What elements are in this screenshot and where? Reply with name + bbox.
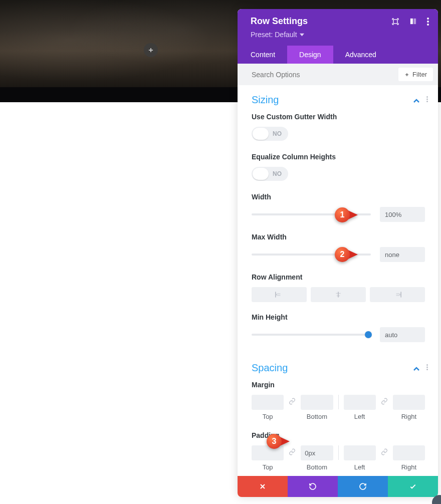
margin-right-input[interactable] — [393, 395, 425, 410]
preset-dropdown[interactable]: Preset: Default — [251, 31, 429, 39]
snap-icon[interactable] — [409, 18, 417, 25]
panel-menu-icon[interactable] — [427, 18, 429, 26]
settings-panel: Row Settings Preset: Default Content Des… — [238, 9, 438, 497]
svg-point-6 — [426, 96, 428, 98]
padding-top-input[interactable] — [252, 445, 284, 460]
tab-advanced[interactable]: Advanced — [333, 46, 388, 64]
padding-left-input[interactable] — [344, 445, 376, 460]
padding-right-input[interactable] — [393, 445, 425, 460]
svg-rect-1 — [410, 19, 413, 24]
svg-point-16 — [426, 369, 428, 370]
equalize-label: Equalize Column Heights — [252, 153, 425, 161]
tab-design[interactable]: Design — [287, 46, 333, 64]
custom-gutter-toggle[interactable]: NO — [252, 127, 288, 141]
width-slider[interactable] — [252, 213, 371, 215]
svg-rect-13 — [400, 292, 401, 297]
margin-top-input[interactable] — [252, 395, 284, 410]
width-label: Width — [252, 193, 425, 201]
max-width-label: Max Width — [252, 233, 425, 241]
min-height-input[interactable]: auto — [380, 327, 425, 342]
section-sizing-head[interactable]: Sizing — [252, 85, 432, 113]
preset-label: Preset: Default — [251, 31, 297, 39]
cancel-button[interactable] — [238, 476, 288, 497]
max-width-input[interactable]: none — [380, 247, 425, 262]
padding-label: Padding — [252, 431, 425, 439]
expand-icon[interactable] — [391, 18, 399, 26]
svg-point-5 — [427, 24, 429, 26]
padding-bottom-input[interactable]: 0px — [301, 445, 333, 460]
save-button[interactable] — [388, 476, 438, 497]
panel-body[interactable]: Sizing Use Custom Gutter Width NO Equali… — [238, 85, 438, 476]
link-icon[interactable] — [380, 445, 389, 455]
align-right-button[interactable] — [370, 287, 425, 302]
link-icon[interactable] — [380, 395, 389, 405]
link-icon[interactable] — [288, 445, 297, 455]
align-center-button[interactable] — [311, 287, 366, 302]
svg-point-3 — [427, 18, 429, 20]
equalize-toggle[interactable]: NO — [252, 167, 288, 181]
tab-content[interactable]: Content — [238, 46, 287, 64]
panel-header: Row Settings Preset: Default — [238, 9, 438, 46]
max-width-slider[interactable] — [252, 254, 371, 256]
chevron-up-icon[interactable] — [413, 364, 419, 373]
tabs: Content Design Advanced — [238, 46, 438, 64]
margin-left-input[interactable] — [344, 395, 376, 410]
section-title: Sizing — [252, 94, 279, 106]
row-align-label: Row Alignment — [252, 273, 425, 281]
link-icon[interactable] — [288, 395, 297, 405]
redo-button[interactable] — [338, 476, 388, 497]
svg-rect-10 — [338, 292, 339, 297]
width-input[interactable]: 100% — [380, 207, 425, 222]
min-height-slider[interactable] — [252, 334, 371, 336]
svg-point-8 — [426, 101, 428, 102]
custom-gutter-label: Use Custom Gutter Width — [252, 113, 425, 121]
filter-label: Filter — [412, 71, 427, 78]
svg-point-4 — [427, 21, 429, 23]
add-section-button[interactable] — [144, 43, 158, 57]
svg-point-14 — [426, 364, 428, 366]
chevron-up-icon[interactable] — [413, 96, 419, 105]
margin-bottom-input[interactable] — [301, 395, 333, 410]
min-height-label: Min Height — [252, 313, 425, 321]
section-menu-icon[interactable] — [426, 364, 428, 373]
svg-rect-2 — [413, 19, 416, 24]
svg-point-7 — [426, 98, 428, 100]
section-title: Spacing — [252, 362, 288, 374]
search-input[interactable] — [252, 71, 393, 79]
align-left-button[interactable] — [252, 287, 307, 302]
svg-rect-11 — [336, 293, 341, 294]
undo-button[interactable] — [288, 476, 338, 497]
panel-title: Row Settings — [251, 16, 308, 27]
section-menu-icon[interactable] — [426, 96, 428, 105]
margin-label: Margin — [252, 381, 425, 389]
svg-rect-12 — [337, 296, 340, 297]
svg-rect-0 — [393, 20, 397, 24]
search-bar: Filter — [238, 64, 438, 85]
section-spacing-head[interactable]: Spacing — [252, 353, 432, 381]
filter-button[interactable]: Filter — [398, 68, 433, 81]
panel-footer — [238, 476, 438, 497]
svg-point-15 — [426, 366, 428, 368]
svg-rect-9 — [275, 292, 276, 297]
